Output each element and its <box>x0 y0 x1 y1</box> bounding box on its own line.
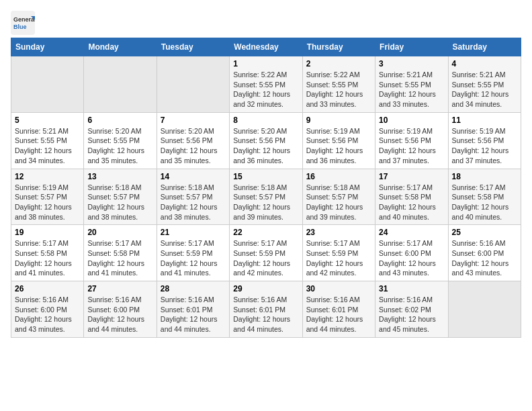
calendar-day-cell: 25Sunrise: 5:16 AMSunset: 6:00 PMDayligh… <box>448 225 521 281</box>
day-number: 16 <box>306 172 371 181</box>
calendar-week-row: 12Sunrise: 5:19 AMSunset: 5:57 PMDayligh… <box>11 169 521 225</box>
calendar-week-row: 5Sunrise: 5:21 AMSunset: 5:55 PMDaylight… <box>11 112 521 169</box>
calendar-day-cell: 14Sunrise: 5:18 AMSunset: 5:57 PMDayligh… <box>157 169 229 225</box>
calendar-day-cell: 16Sunrise: 5:18 AMSunset: 5:57 PMDayligh… <box>302 169 375 225</box>
calendar-day-cell: 7Sunrise: 5:20 AMSunset: 5:56 PMDaylight… <box>157 112 229 169</box>
day-sun-info: Sunrise: 5:18 AMSunset: 5:57 PMDaylight:… <box>87 183 152 222</box>
day-sun-info: Sunrise: 5:18 AMSunset: 5:57 PMDaylight:… <box>306 183 371 222</box>
weekday-header-cell: Tuesday <box>157 38 229 56</box>
calendar-day-cell: 26Sunrise: 5:16 AMSunset: 6:00 PMDayligh… <box>11 281 84 338</box>
day-number: 14 <box>161 172 226 181</box>
calendar-week-row: 26Sunrise: 5:16 AMSunset: 6:00 PMDayligh… <box>11 281 521 338</box>
day-sun-info: Sunrise: 5:19 AMSunset: 5:57 PMDaylight:… <box>15 183 80 222</box>
calendar-day-cell <box>11 56 84 113</box>
day-sun-info: Sunrise: 5:16 AMSunset: 6:00 PMDaylight:… <box>452 238 517 278</box>
header: General Blue <box>11 11 521 35</box>
calendar-day-cell: 5Sunrise: 5:21 AMSunset: 5:55 PMDaylight… <box>11 112 84 169</box>
day-number: 27 <box>87 284 152 293</box>
day-sun-info: Sunrise: 5:17 AMSunset: 5:58 PMDaylight:… <box>379 183 444 222</box>
day-number: 5 <box>15 116 80 125</box>
calendar-day-cell <box>157 56 229 113</box>
day-sun-info: Sunrise: 5:21 AMSunset: 5:55 PMDaylight:… <box>452 70 517 109</box>
day-number: 21 <box>161 228 226 237</box>
svg-text:Blue: Blue <box>13 24 27 30</box>
day-sun-info: Sunrise: 5:16 AMSunset: 6:01 PMDaylight:… <box>161 295 226 334</box>
calendar-day-cell: 29Sunrise: 5:16 AMSunset: 6:01 PMDayligh… <box>230 281 302 338</box>
day-sun-info: Sunrise: 5:17 AMSunset: 5:58 PMDaylight:… <box>452 183 517 222</box>
day-sun-info: Sunrise: 5:17 AMSunset: 5:58 PMDaylight:… <box>87 238 152 278</box>
day-sun-info: Sunrise: 5:16 AMSunset: 6:00 PMDaylight:… <box>15 295 80 334</box>
calendar-day-cell: 9Sunrise: 5:19 AMSunset: 5:56 PMDaylight… <box>302 112 375 169</box>
calendar-day-cell: 18Sunrise: 5:17 AMSunset: 5:58 PMDayligh… <box>448 169 521 225</box>
day-sun-info: Sunrise: 5:17 AMSunset: 6:00 PMDaylight:… <box>379 238 444 278</box>
day-number: 1 <box>233 59 298 68</box>
calendar-day-cell: 13Sunrise: 5:18 AMSunset: 5:57 PMDayligh… <box>84 169 157 225</box>
day-sun-info: Sunrise: 5:20 AMSunset: 5:56 PMDaylight:… <box>233 126 298 166</box>
calendar-day-cell: 8Sunrise: 5:20 AMSunset: 5:56 PMDaylight… <box>230 112 302 169</box>
day-number: 6 <box>87 116 152 125</box>
calendar-day-cell: 1Sunrise: 5:22 AMSunset: 5:55 PMDaylight… <box>230 56 302 113</box>
calendar-day-cell: 22Sunrise: 5:17 AMSunset: 5:59 PMDayligh… <box>230 225 302 281</box>
weekday-header-cell: Saturday <box>448 38 521 56</box>
day-sun-info: Sunrise: 5:17 AMSunset: 5:59 PMDaylight:… <box>161 238 226 278</box>
day-sun-info: Sunrise: 5:17 AMSunset: 5:59 PMDaylight:… <box>306 238 371 278</box>
calendar-day-cell: 24Sunrise: 5:17 AMSunset: 6:00 PMDayligh… <box>375 225 448 281</box>
calendar-day-cell: 10Sunrise: 5:19 AMSunset: 5:56 PMDayligh… <box>375 112 448 169</box>
day-number: 30 <box>306 284 371 293</box>
day-sun-info: Sunrise: 5:18 AMSunset: 5:57 PMDaylight:… <box>233 183 298 222</box>
day-sun-info: Sunrise: 5:19 AMSunset: 5:56 PMDaylight:… <box>379 126 444 166</box>
day-number: 15 <box>233 172 298 181</box>
day-number: 31 <box>379 284 444 293</box>
calendar-day-cell: 17Sunrise: 5:17 AMSunset: 5:58 PMDayligh… <box>375 169 448 225</box>
calendar-body: 1Sunrise: 5:22 AMSunset: 5:55 PMDaylight… <box>11 56 521 338</box>
day-sun-info: Sunrise: 5:16 AMSunset: 6:01 PMDaylight:… <box>306 295 371 334</box>
day-number: 25 <box>452 228 517 237</box>
day-number: 20 <box>87 228 152 237</box>
calendar-day-cell: 6Sunrise: 5:20 AMSunset: 5:55 PMDaylight… <box>84 112 157 169</box>
day-number: 10 <box>379 116 444 125</box>
day-number: 11 <box>452 116 517 125</box>
calendar-day-cell: 20Sunrise: 5:17 AMSunset: 5:58 PMDayligh… <box>84 225 157 281</box>
logo: General Blue <box>11 11 38 35</box>
weekday-header-row: SundayMondayTuesdayWednesdayThursdayFrid… <box>11 38 521 56</box>
day-sun-info: Sunrise: 5:22 AMSunset: 5:55 PMDaylight:… <box>306 70 371 109</box>
day-number: 8 <box>233 116 298 125</box>
calendar-week-row: 19Sunrise: 5:17 AMSunset: 5:58 PMDayligh… <box>11 225 521 281</box>
day-sun-info: Sunrise: 5:17 AMSunset: 5:58 PMDaylight:… <box>15 238 80 278</box>
weekday-header-cell: Thursday <box>302 38 375 56</box>
day-number: 13 <box>87 172 152 181</box>
day-sun-info: Sunrise: 5:17 AMSunset: 5:59 PMDaylight:… <box>233 238 298 278</box>
day-sun-info: Sunrise: 5:19 AMSunset: 5:56 PMDaylight:… <box>306 126 371 166</box>
day-sun-info: Sunrise: 5:21 AMSunset: 5:55 PMDaylight:… <box>15 126 80 166</box>
calendar-day-cell: 21Sunrise: 5:17 AMSunset: 5:59 PMDayligh… <box>157 225 229 281</box>
day-sun-info: Sunrise: 5:22 AMSunset: 5:55 PMDaylight:… <box>233 70 298 109</box>
day-sun-info: Sunrise: 5:21 AMSunset: 5:55 PMDaylight:… <box>379 70 444 109</box>
weekday-header-cell: Friday <box>375 38 448 56</box>
svg-rect-0 <box>11 11 35 35</box>
calendar-table: SundayMondayTuesdayWednesdayThursdayFrid… <box>11 38 521 338</box>
day-sun-info: Sunrise: 5:16 AMSunset: 6:02 PMDaylight:… <box>379 295 444 334</box>
day-sun-info: Sunrise: 5:16 AMSunset: 6:00 PMDaylight:… <box>87 295 152 334</box>
calendar-day-cell: 15Sunrise: 5:18 AMSunset: 5:57 PMDayligh… <box>230 169 302 225</box>
day-sun-info: Sunrise: 5:18 AMSunset: 5:57 PMDaylight:… <box>161 183 226 222</box>
svg-text:General: General <box>13 16 35 23</box>
day-number: 7 <box>161 116 226 125</box>
calendar-day-cell <box>448 281 521 338</box>
calendar-week-row: 1Sunrise: 5:22 AMSunset: 5:55 PMDaylight… <box>11 56 521 113</box>
weekday-header-cell: Monday <box>84 38 157 56</box>
day-number: 18 <box>452 172 517 181</box>
day-sun-info: Sunrise: 5:20 AMSunset: 5:55 PMDaylight:… <box>87 126 152 166</box>
day-number: 26 <box>15 284 80 293</box>
day-number: 3 <box>379 59 444 68</box>
logo-icon: General Blue <box>11 11 35 35</box>
calendar-day-cell: 2Sunrise: 5:22 AMSunset: 5:55 PMDaylight… <box>302 56 375 113</box>
day-number: 22 <box>233 228 298 237</box>
day-sun-info: Sunrise: 5:20 AMSunset: 5:56 PMDaylight:… <box>161 126 226 166</box>
calendar-day-cell: 31Sunrise: 5:16 AMSunset: 6:02 PMDayligh… <box>375 281 448 338</box>
calendar-day-cell: 28Sunrise: 5:16 AMSunset: 6:01 PMDayligh… <box>157 281 229 338</box>
calendar-day-cell: 30Sunrise: 5:16 AMSunset: 6:01 PMDayligh… <box>302 281 375 338</box>
day-number: 23 <box>306 228 371 237</box>
calendar-day-cell: 19Sunrise: 5:17 AMSunset: 5:58 PMDayligh… <box>11 225 84 281</box>
calendar-day-cell: 3Sunrise: 5:21 AMSunset: 5:55 PMDaylight… <box>375 56 448 113</box>
day-number: 17 <box>379 172 444 181</box>
